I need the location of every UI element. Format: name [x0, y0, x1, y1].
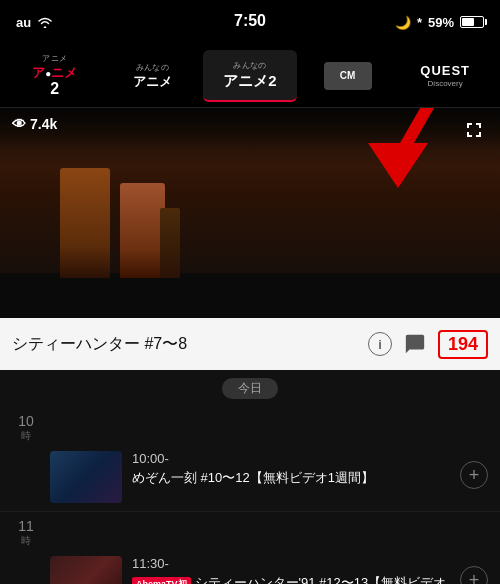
fullscreen-icon: [464, 120, 484, 140]
eye-icon: 👁: [12, 116, 26, 132]
info-button[interactable]: i: [368, 332, 392, 356]
schedule-time-0: 10:00-: [132, 451, 450, 466]
video-player[interactable]: 👁 7.4k: [0, 108, 500, 318]
hour-11-label: 11 時: [12, 518, 40, 548]
tab-anime-online-small: アニメ: [42, 53, 67, 64]
status-time: 7:50: [234, 12, 266, 30]
add-button-0[interactable]: +: [460, 461, 488, 489]
schedule-row-0: 10:00- めぞん一刻 #10〜12【無料ビデオ1週間】 +: [0, 443, 500, 512]
now-playing-bar: シティーハンター #7〜8 i 194: [0, 318, 500, 370]
tab-minna-small: みんなの: [136, 62, 169, 73]
status-right: 🌙 * 59%: [395, 15, 484, 30]
status-left: au: [16, 15, 53, 30]
schedule-row-1: 11:30- AbemaTV初シティーハンター'91 #12〜13【無料ビデオ …: [0, 548, 500, 584]
tab-minna2-name: アニメ2: [223, 73, 276, 90]
quest-logo: QUEST Discovery: [420, 63, 470, 88]
hour-block-10: 10 時: [0, 407, 500, 443]
schedule-thumb-1[interactable]: [50, 556, 122, 584]
status-bar: au 7:50 🌙 * 59%: [0, 0, 500, 44]
quest-disc-label: Discovery: [420, 79, 470, 89]
tab-cm-logo: CM: [324, 62, 372, 90]
tab-cm[interactable]: CM: [301, 50, 395, 102]
today-badge: 今日: [0, 370, 500, 407]
hour-block-11: 11 時: [0, 512, 500, 548]
tab-minna-anime[interactable]: みんなの アニメ: [106, 50, 200, 102]
schedule-info-0: 10:00- めぞん一刻 #10〜12【無料ビデオ1週間】: [132, 451, 450, 487]
schedule-info-1: 11:30- AbemaTV初シティーハンター'91 #12〜13【無料ビデオ: [132, 556, 450, 584]
tab-anime-online[interactable]: アニメ ア●ニメ 2: [8, 50, 102, 102]
tab-anime-online-num: 2: [50, 80, 59, 98]
tab-minna-anime2[interactable]: みんなの アニメ2: [203, 50, 297, 102]
fullscreen-button[interactable]: [460, 116, 488, 144]
today-label: 今日: [222, 378, 278, 399]
tab-anime-online-name: ア●ニメ: [32, 66, 77, 80]
comment-count-box[interactable]: 194: [438, 330, 488, 359]
bluetooth-icon: *: [417, 15, 422, 30]
tab-cm-label: CM: [340, 70, 356, 81]
video-background: [0, 108, 500, 318]
add-button-1[interactable]: +: [460, 566, 488, 584]
tab-quest[interactable]: QUEST Discovery: [398, 50, 492, 102]
schedule-title-1: AbemaTV初シティーハンター'91 #12〜13【無料ビデオ: [132, 574, 450, 584]
battery-percent: 59%: [428, 15, 454, 30]
hour-10-label: 10 時: [12, 413, 40, 443]
comment-count: 194: [448, 334, 478, 354]
schedule-thumb-0[interactable]: [50, 451, 122, 503]
moon-icon: 🌙: [395, 15, 411, 30]
chat-icon-area[interactable]: [400, 329, 430, 359]
view-count: 👁 7.4k: [12, 116, 57, 132]
quest-main-label: QUEST: [420, 63, 470, 79]
battery-icon: [460, 16, 484, 28]
view-count-value: 7.4k: [30, 116, 57, 132]
now-playing-title: シティーハンター #7〜8: [12, 334, 360, 355]
wifi-icon: [37, 16, 53, 28]
chat-icon: [404, 333, 426, 355]
tab-minna2-small: みんなの: [233, 60, 266, 71]
thumb-image-0: [50, 451, 122, 503]
thumb-image-1: [50, 556, 122, 584]
abema-badge: AbemaTV初: [132, 577, 191, 584]
channel-tabs: アニメ ア●ニメ 2 みんなの アニメ みんなの アニメ2 CM QUEST D…: [0, 44, 500, 108]
tab-minna-name: アニメ: [133, 75, 172, 89]
schedule-title-0: めぞん一刻 #10〜12【無料ビデオ1週間】: [132, 469, 450, 487]
carrier-label: au: [16, 15, 31, 30]
schedule-time-1: 11:30-: [132, 556, 450, 571]
schedule-area: 今日 10 時 10:00- めぞん一刻 #10〜12【無料ビデオ1週間】 + …: [0, 370, 500, 584]
